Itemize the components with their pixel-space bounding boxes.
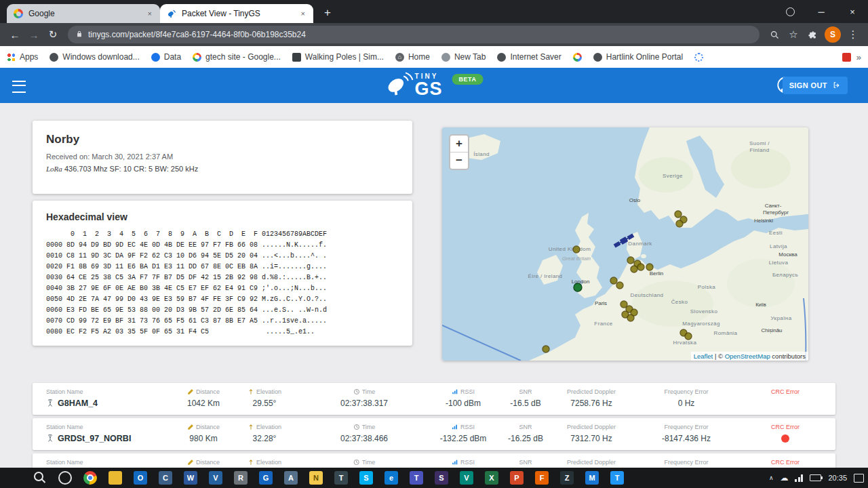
openstreetmap-link[interactable]: OpenStreetMap [725, 352, 770, 360]
station-marker[interactable] [637, 264, 644, 270]
onedrive-cloud-icon[interactable]: ☁ [780, 473, 788, 483]
app-1-icon[interactable]: C [156, 468, 175, 487]
receiver-station-marker[interactable] [574, 283, 582, 291]
tab-close-icon[interactable]: × [300, 9, 307, 18]
bookmark-item[interactable] [573, 53, 582, 62]
app-8-icon[interactable]: Z [557, 468, 576, 487]
network-icon[interactable] [795, 474, 803, 482]
map-label: Polska [698, 284, 716, 290]
bookmark-favicon[interactable] [842, 53, 851, 62]
app-4-icon[interactable]: A [281, 468, 300, 487]
zoom-in-button[interactable]: + [450, 136, 468, 152]
firefox-icon[interactable]: F [532, 468, 551, 487]
lora-parameters: LoRa 436.703 Mhz SF: 10 CR: 5 BW: 250 kH… [46, 165, 399, 173]
column-label: RSSI [440, 423, 487, 430]
zoom-icon[interactable] [765, 25, 784, 44]
new-tab-button[interactable]: + [319, 4, 336, 22]
app-7-icon[interactable]: V [457, 468, 476, 487]
bookmark-item[interactable] [694, 53, 703, 62]
map-label: Helsinki [754, 218, 773, 224]
app-9-icon[interactable]: M [583, 468, 601, 487]
bookmark-item[interactable]: Walking Poles | Sim... [292, 52, 384, 62]
browser-tab-tinygs[interactable]: Packet View - TinyGS × [160, 4, 313, 23]
bookmark-item[interactable]: Windows download... [50, 52, 139, 62]
col-name: Station NameGRDSt_97_NORBI [46, 423, 131, 444]
station-marker[interactable] [627, 257, 634, 264]
bookmark-item[interactable]: New Tab [441, 52, 486, 62]
bookmark-star-icon[interactable]: ☆ [784, 25, 803, 44]
tab-title: Packet View - TinyGS [182, 9, 294, 18]
skype-icon[interactable]: S [357, 468, 376, 487]
bookmark-label: Walking Poles | Sim... [305, 52, 384, 62]
europe-map[interactable]: ÍslandSuomi /FinlandSverigeOsloСанкт-Пет… [442, 127, 808, 361]
bookmark-label: New Tab [454, 52, 486, 62]
word-icon[interactable]: W [181, 468, 200, 487]
station-marker[interactable] [646, 264, 653, 270]
start-icon[interactable] [5, 468, 24, 487]
bookmark-item[interactable]: Apps [7, 52, 38, 62]
bookmark-item[interactable]: Home [395, 52, 430, 62]
forward-button[interactable]: → [24, 25, 43, 44]
received-timestamp: Received on: March 30, 2021 2:37 AM [46, 152, 399, 161]
leaflet-link[interactable]: Leaflet [694, 352, 713, 360]
file-explorer-icon[interactable] [106, 468, 125, 487]
close-button[interactable]: × [837, 0, 868, 23]
teams-icon[interactable]: T [407, 468, 426, 487]
station-name[interactable]: GRDSt_97_NORBI [46, 433, 131, 444]
station-marker[interactable] [573, 246, 580, 253]
menu-kebab-icon[interactable]: ⋮ [844, 25, 863, 44]
bookmark-item[interactable]: Data [151, 52, 181, 62]
taskbar-clock[interactable]: 20:35 [828, 474, 847, 482]
sign-out-button[interactable]: SIGN OUT [783, 77, 848, 94]
chrome-icon[interactable] [81, 468, 100, 487]
app-6-icon[interactable]: S [432, 468, 451, 487]
back-button[interactable]: ← [5, 25, 24, 44]
tab-close-icon[interactable]: × [146, 9, 153, 18]
action-center-icon[interactable] [854, 474, 864, 483]
minimize-button[interactable]: ─ [806, 0, 837, 23]
browser-circle-control-icon[interactable] [774, 0, 806, 23]
bookmarks-overflow-button[interactable]: » [856, 52, 861, 62]
bookmark-item[interactable]: Hartlink Online Portal [593, 52, 683, 62]
tray-chevron-icon[interactable]: ∧ [769, 474, 774, 481]
column-label: Elevation [248, 423, 281, 430]
powerpoint-icon[interactable]: P [507, 468, 526, 487]
station-name[interactable]: G8HAM_4 [46, 398, 98, 409]
station-marker[interactable] [631, 266, 637, 272]
station-marker[interactable] [620, 301, 627, 308]
map-label: Hrvatska [673, 340, 697, 346]
app-2-icon[interactable]: R [231, 468, 250, 487]
sticky-notes-icon[interactable]: N [307, 468, 326, 487]
station-value: 02:37:38.317 [340, 398, 388, 409]
column-label: Time [340, 423, 388, 430]
app-5-icon[interactable]: T [332, 468, 351, 487]
extensions-icon[interactable] [803, 25, 822, 44]
battery-icon[interactable] [810, 474, 821, 481]
browser-tab-google[interactable]: Google × [7, 4, 160, 23]
station-marker[interactable] [676, 220, 683, 227]
profile-avatar[interactable]: S [825, 26, 841, 43]
station-marker[interactable] [685, 333, 692, 340]
window-controls: ─ × [774, 0, 868, 23]
bookmark-item[interactable]: gtech site - Google... [193, 52, 281, 62]
address-bar[interactable]: tinygs.com/packet/8f4e7ca8-6197-4464-8f0… [68, 26, 760, 43]
reload-button[interactable]: ↻ [43, 25, 62, 44]
station-marker[interactable] [616, 282, 623, 289]
app-3-icon[interactable]: G [256, 468, 275, 487]
station-marker[interactable] [627, 314, 634, 321]
edge-icon[interactable]: e [382, 468, 401, 487]
visual-studio-icon[interactable]: V [206, 468, 225, 487]
outlook-icon[interactable]: O [131, 468, 150, 487]
cortana-icon[interactable] [56, 468, 75, 487]
bookmark-item[interactable]: Internet Saver [497, 52, 561, 62]
zoom-out-button[interactable]: − [450, 152, 468, 169]
hamburger-menu-icon[interactable] [12, 81, 26, 93]
station-marker[interactable] [542, 346, 549, 352]
lock-icon[interactable] [76, 28, 83, 41]
app-10-icon[interactable]: T [608, 468, 627, 487]
excel-icon[interactable]: X [482, 468, 501, 487]
station-marker[interactable] [675, 211, 682, 218]
station-marker[interactable] [610, 277, 617, 284]
search-icon[interactable] [31, 468, 50, 487]
clock-icon [353, 388, 360, 395]
